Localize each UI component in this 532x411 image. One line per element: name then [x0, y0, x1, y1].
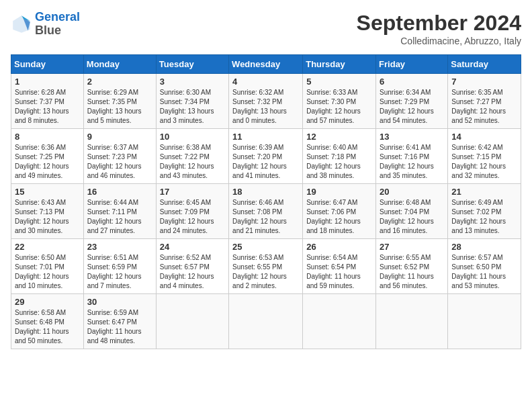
day-info: Sunrise: 6:49 AM Sunset: 7:02 PM Dayligh…: [451, 198, 517, 236]
day-number: 9: [87, 132, 152, 142]
day-info: Sunrise: 6:59 AM Sunset: 6:47 PM Dayligh…: [87, 308, 152, 346]
day-info: Sunrise: 6:52 AM Sunset: 6:57 PM Dayligh…: [160, 253, 225, 291]
calendar-cell: [229, 294, 303, 349]
calendar-cell: 1 Sunrise: 6:28 AM Sunset: 7:37 PM Dayli…: [11, 74, 84, 129]
calendar-cell: 10 Sunrise: 6:38 AM Sunset: 7:22 PM Dayl…: [156, 129, 228, 184]
calendar-cell: [376, 294, 448, 349]
day-info: Sunrise: 6:48 AM Sunset: 7:04 PM Dayligh…: [380, 198, 444, 236]
calendar-week-row: 22 Sunrise: 6:50 AM Sunset: 7:01 PM Dayl…: [11, 239, 521, 294]
day-info: Sunrise: 6:42 AM Sunset: 7:15 PM Dayligh…: [451, 143, 517, 181]
calendar-cell: 2 Sunrise: 6:29 AM Sunset: 7:35 PM Dayli…: [83, 74, 156, 129]
day-number: 16: [87, 187, 152, 197]
col-friday: Friday: [376, 55, 448, 74]
calendar-cell: 22 Sunrise: 6:50 AM Sunset: 7:01 PM Dayl…: [11, 239, 84, 294]
title-block: September 2024 Colledimacine, Abruzzo, I…: [357, 11, 521, 46]
col-tuesday: Tuesday: [156, 55, 228, 74]
day-info: Sunrise: 6:40 AM Sunset: 7:18 PM Dayligh…: [306, 143, 372, 181]
day-info: Sunrise: 6:51 AM Sunset: 6:59 PM Dayligh…: [87, 253, 152, 291]
day-number: 1: [15, 77, 80, 87]
day-number: 20: [380, 187, 444, 197]
page-header: General Blue September 2024 Colledimacin…: [11, 11, 521, 46]
day-info: Sunrise: 6:30 AM Sunset: 7:34 PM Dayligh…: [160, 88, 225, 126]
day-number: 25: [232, 242, 299, 252]
calendar-cell: 15 Sunrise: 6:43 AM Sunset: 7:13 PM Dayl…: [11, 184, 84, 239]
day-info: Sunrise: 6:41 AM Sunset: 7:16 PM Dayligh…: [380, 143, 444, 181]
day-info: Sunrise: 6:34 AM Sunset: 7:29 PM Dayligh…: [380, 88, 444, 126]
day-info: Sunrise: 6:53 AM Sunset: 6:55 PM Dayligh…: [232, 253, 299, 291]
calendar-cell: 25 Sunrise: 6:53 AM Sunset: 6:55 PM Dayl…: [229, 239, 303, 294]
day-number: 24: [160, 242, 225, 252]
day-number: 7: [451, 77, 517, 87]
day-info: Sunrise: 6:57 AM Sunset: 6:50 PM Dayligh…: [451, 253, 517, 291]
day-number: 2: [87, 77, 152, 87]
calendar-cell: 19 Sunrise: 6:47 AM Sunset: 7:06 PM Dayl…: [303, 184, 376, 239]
calendar-cell: 20 Sunrise: 6:48 AM Sunset: 7:04 PM Dayl…: [376, 184, 448, 239]
day-number: 22: [15, 242, 80, 252]
calendar-cell: 13 Sunrise: 6:41 AM Sunset: 7:16 PM Dayl…: [376, 129, 448, 184]
day-info: Sunrise: 6:47 AM Sunset: 7:06 PM Dayligh…: [306, 198, 372, 236]
day-number: 19: [306, 187, 372, 197]
day-number: 27: [380, 242, 444, 252]
col-saturday: Saturday: [448, 55, 521, 74]
calendar-cell: 3 Sunrise: 6:30 AM Sunset: 7:34 PM Dayli…: [156, 74, 228, 129]
day-info: Sunrise: 6:36 AM Sunset: 7:25 PM Dayligh…: [15, 143, 80, 181]
day-number: 23: [87, 242, 152, 252]
day-info: Sunrise: 6:50 AM Sunset: 7:01 PM Dayligh…: [15, 253, 80, 291]
calendar-week-row: 8 Sunrise: 6:36 AM Sunset: 7:25 PM Dayli…: [11, 129, 521, 184]
calendar-cell: 5 Sunrise: 6:33 AM Sunset: 7:30 PM Dayli…: [303, 74, 376, 129]
day-info: Sunrise: 6:46 AM Sunset: 7:08 PM Dayligh…: [232, 198, 299, 236]
day-number: 18: [232, 187, 299, 197]
day-number: 14: [451, 132, 517, 142]
calendar-cell: 21 Sunrise: 6:49 AM Sunset: 7:02 PM Dayl…: [448, 184, 521, 239]
calendar-cell: 9 Sunrise: 6:37 AM Sunset: 7:23 PM Dayli…: [83, 129, 156, 184]
day-number: 11: [232, 132, 299, 142]
day-info: Sunrise: 6:43 AM Sunset: 7:13 PM Dayligh…: [15, 198, 80, 236]
calendar-cell: 8 Sunrise: 6:36 AM Sunset: 7:25 PM Dayli…: [11, 129, 84, 184]
day-info: Sunrise: 6:44 AM Sunset: 7:11 PM Dayligh…: [87, 198, 152, 236]
day-number: 12: [306, 132, 372, 142]
day-number: 15: [15, 187, 80, 197]
calendar-week-row: 15 Sunrise: 6:43 AM Sunset: 7:13 PM Dayl…: [11, 184, 521, 239]
calendar-cell: 16 Sunrise: 6:44 AM Sunset: 7:11 PM Dayl…: [83, 184, 156, 239]
calendar-cell: [303, 294, 376, 349]
day-number: 4: [232, 77, 299, 87]
calendar-cell: 4 Sunrise: 6:32 AM Sunset: 7:32 PM Dayli…: [229, 74, 303, 129]
day-number: 6: [380, 77, 444, 87]
day-number: 29: [15, 297, 80, 307]
day-number: 13: [380, 132, 444, 142]
logo: General Blue: [11, 11, 80, 38]
calendar-cell: 29 Sunrise: 6:58 AM Sunset: 6:48 PM Dayl…: [11, 294, 84, 349]
calendar-cell: 7 Sunrise: 6:35 AM Sunset: 7:27 PM Dayli…: [448, 74, 521, 129]
calendar-week-row: 1 Sunrise: 6:28 AM Sunset: 7:37 PM Dayli…: [11, 74, 521, 129]
day-number: 17: [160, 187, 225, 197]
day-info: Sunrise: 6:38 AM Sunset: 7:22 PM Dayligh…: [160, 143, 225, 181]
day-info: Sunrise: 6:39 AM Sunset: 7:20 PM Dayligh…: [232, 143, 299, 181]
col-thursday: Thursday: [303, 55, 376, 74]
day-info: Sunrise: 6:58 AM Sunset: 6:48 PM Dayligh…: [15, 308, 80, 346]
calendar-cell: 14 Sunrise: 6:42 AM Sunset: 7:15 PM Dayl…: [448, 129, 521, 184]
day-number: 21: [451, 187, 517, 197]
day-number: 26: [306, 242, 372, 252]
calendar-cell: 23 Sunrise: 6:51 AM Sunset: 6:59 PM Dayl…: [83, 239, 156, 294]
day-number: 8: [15, 132, 80, 142]
calendar-week-row: 29 Sunrise: 6:58 AM Sunset: 6:48 PM Dayl…: [11, 294, 521, 349]
calendar-cell: 26 Sunrise: 6:54 AM Sunset: 6:54 PM Dayl…: [303, 239, 376, 294]
day-number: 30: [87, 297, 152, 307]
day-info: Sunrise: 6:33 AM Sunset: 7:30 PM Dayligh…: [306, 88, 372, 126]
logo-icon: [11, 13, 32, 35]
col-wednesday: Wednesday: [229, 55, 303, 74]
day-info: Sunrise: 6:28 AM Sunset: 7:37 PM Dayligh…: [15, 88, 80, 126]
calendar-cell: 17 Sunrise: 6:45 AM Sunset: 7:09 PM Dayl…: [156, 184, 228, 239]
calendar-cell: 11 Sunrise: 6:39 AM Sunset: 7:20 PM Dayl…: [229, 129, 303, 184]
col-monday: Monday: [83, 55, 156, 74]
day-info: Sunrise: 6:54 AM Sunset: 6:54 PM Dayligh…: [306, 253, 372, 291]
calendar-table: Sunday Monday Tuesday Wednesday Thursday…: [11, 54, 521, 349]
calendar-cell: 24 Sunrise: 6:52 AM Sunset: 6:57 PM Dayl…: [156, 239, 228, 294]
day-number: 28: [451, 242, 517, 252]
col-sunday: Sunday: [11, 55, 84, 74]
calendar-cell: 12 Sunrise: 6:40 AM Sunset: 7:18 PM Dayl…: [303, 129, 376, 184]
day-number: 5: [306, 77, 372, 87]
calendar-cell: [448, 294, 521, 349]
calendar-cell: 28 Sunrise: 6:57 AM Sunset: 6:50 PM Dayl…: [448, 239, 521, 294]
header-row: Sunday Monday Tuesday Wednesday Thursday…: [11, 55, 521, 74]
